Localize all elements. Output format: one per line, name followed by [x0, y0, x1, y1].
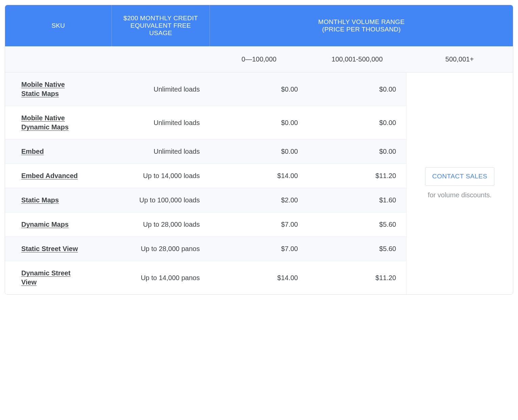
blank-cell — [112, 46, 210, 72]
price-tier-1: $11.20 — [308, 164, 406, 188]
free-usage: Up to 100,000 loads — [112, 188, 210, 212]
price-tier-1: $5.60 — [308, 212, 406, 237]
free-usage: Up to 28,000 loads — [112, 212, 210, 237]
header-volume: MONTHLY VOLUME RANGE (PRICE PER THOUSAND… — [210, 5, 513, 46]
blank-cell — [5, 46, 112, 72]
table-header: SKU $200 MONTHLY CREDIT EQUIVALENT FREE … — [5, 5, 513, 46]
header-sku: SKU — [5, 5, 112, 46]
volume-ranges-row: 0—100,000 100,001-500,000 500,001+ — [5, 46, 513, 72]
price-tier-1: $1.60 — [308, 188, 406, 212]
free-usage: Up to 28,000 panos — [112, 237, 210, 261]
price-tier-1: $0.00 — [308, 139, 406, 164]
range-0: 0—100,000 — [210, 46, 308, 72]
contact-sales-cell: CONTACT SALES for volume discounts. — [406, 72, 513, 294]
free-usage: Unlimited loads — [112, 72, 210, 106]
price-tier-0: $14.00 — [210, 261, 308, 294]
price-tier-1: $5.60 — [308, 237, 406, 261]
free-usage: Unlimited loads — [112, 139, 210, 164]
range-1: 100,001-500,000 — [308, 46, 406, 72]
sku-link[interactable]: Embed — [21, 147, 44, 156]
sku-link[interactable]: Dynamic Maps — [21, 220, 69, 229]
sku-link[interactable]: Mobile Native Static Maps — [21, 80, 82, 98]
free-usage: Up to 14,000 loads — [112, 164, 210, 188]
sku-link[interactable]: Embed Advanced — [21, 171, 78, 180]
price-tier-0: $0.00 — [210, 72, 308, 106]
table-row: Mobile Native Static Maps Unlimited load… — [5, 72, 513, 106]
sku-link[interactable]: Mobile Native Dynamic Maps — [21, 114, 82, 132]
free-usage: Up to 14,000 panos — [112, 261, 210, 294]
range-2: 500,001+ — [406, 46, 513, 72]
price-tier-1: $11.20 — [308, 261, 406, 294]
price-tier-1: $0.00 — [308, 106, 406, 139]
price-tier-0: $14.00 — [210, 164, 308, 188]
price-tier-0: $7.00 — [210, 212, 308, 237]
contact-sales-button[interactable]: CONTACT SALES — [425, 167, 494, 186]
price-tier-0: $0.00 — [210, 139, 308, 164]
pricing-table: SKU $200 MONTHLY CREDIT EQUIVALENT FREE … — [5, 5, 513, 295]
header-credit: $200 MONTHLY CREDIT EQUIVALENT FREE USAG… — [112, 5, 210, 46]
free-usage: Unlimited loads — [112, 106, 210, 139]
sku-link[interactable]: Static Maps — [21, 196, 59, 205]
sku-link[interactable]: Dynamic Street View — [21, 269, 82, 287]
price-tier-0: $7.00 — [210, 237, 308, 261]
contact-sales-note: for volume discounts. — [417, 191, 503, 200]
price-tier-1: $0.00 — [308, 72, 406, 106]
price-tier-0: $2.00 — [210, 188, 308, 212]
price-tier-0: $0.00 — [210, 106, 308, 139]
sku-link[interactable]: Static Street View — [21, 244, 78, 253]
